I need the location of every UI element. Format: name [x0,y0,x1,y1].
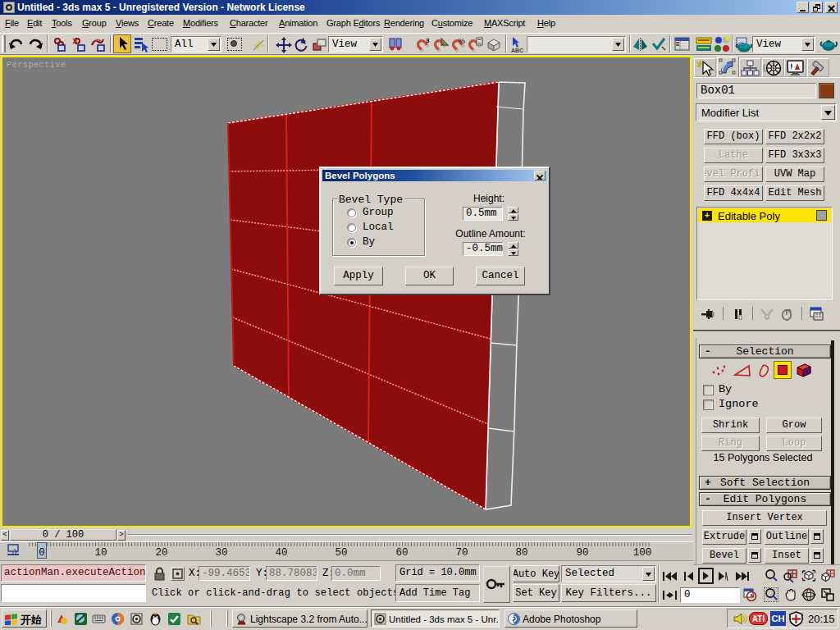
svg-text:ABC: ABC [511,48,523,53]
svg-text:%: % [459,37,465,45]
svg-text:3: 3 [426,37,430,44]
